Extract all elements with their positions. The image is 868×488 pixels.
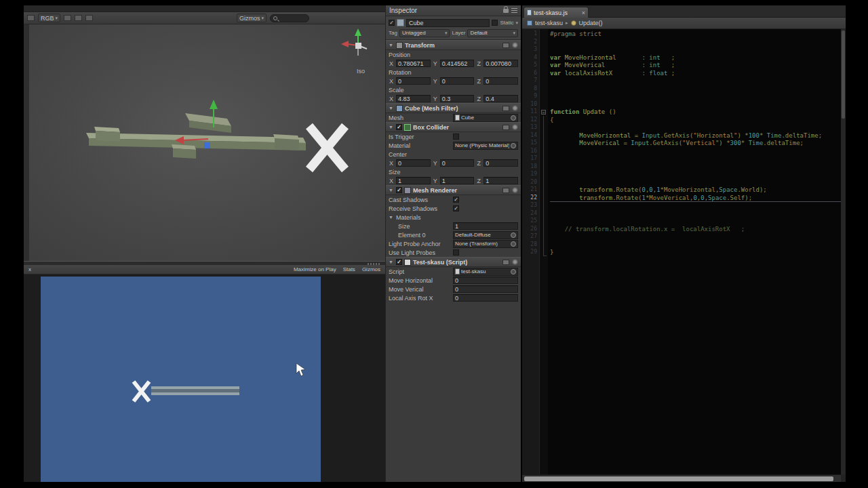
position-y-field[interactable]: 0.414562 [440, 60, 475, 67]
help-icon[interactable] [502, 125, 509, 130]
move-horizontal-field[interactable]: 0 [453, 277, 518, 284]
code-line-5[interactable]: var MoveVerical : int ; [550, 62, 841, 70]
settings-gear-icon[interactable] [512, 105, 518, 111]
tab-close-icon[interactable]: × [582, 9, 585, 16]
foldout-icon[interactable]: ▼ [389, 43, 394, 47]
element0-field[interactable]: Default-Diffuse [453, 231, 518, 239]
help-icon[interactable] [502, 106, 509, 111]
help-icon[interactable] [502, 43, 509, 48]
static-checkbox[interactable] [492, 20, 498, 26]
code-line-27[interactable] [550, 233, 841, 241]
gizmo-y-arrowhead[interactable] [210, 100, 218, 109]
help-icon[interactable] [502, 260, 509, 265]
local-axis-rot-x-field[interactable]: 0 [453, 294, 518, 302]
game-screen[interactable] [41, 277, 321, 482]
breadcrumb-member[interactable]: Update() [579, 20, 603, 26]
script-header[interactable]: ▼ ✓ Test-skasu (Script) [386, 257, 521, 267]
stats-button[interactable]: Stats [343, 266, 355, 272]
receive-shadows-checkbox[interactable]: ✓ [453, 205, 459, 211]
code-line-11[interactable]: function Update () [550, 108, 841, 117]
center-z-field[interactable]: 0 [484, 159, 518, 167]
code-line-29[interactable]: } [550, 249, 841, 257]
code-line-22[interactable]: transform.Rotate(1*MoveVerical,0,0,Space… [550, 195, 841, 203]
object-picker-icon[interactable] [511, 269, 516, 274]
bottom-block-front[interactable] [173, 148, 196, 159]
code-line-14[interactable]: MoveHorizontal = Input.GetAxis("Horizont… [550, 132, 841, 140]
settings-gear-icon[interactable] [512, 124, 518, 130]
code-line-13[interactable] [550, 124, 841, 132]
size-z-field[interactable]: 1 [484, 177, 518, 184]
gizmo-z-handle[interactable] [204, 142, 210, 148]
object-picker-icon[interactable] [511, 241, 516, 247]
code-line-26[interactable]: // transform.localRotation.x = localAxis… [550, 226, 841, 234]
scale-y-field[interactable]: 0.3 [440, 95, 475, 102]
left-block-front[interactable] [96, 131, 120, 142]
code-line-25[interactable] [550, 218, 841, 226]
code-line-23[interactable] [550, 202, 841, 210]
horizontal-scrollbar[interactable] [522, 474, 841, 482]
code-line-3[interactable] [550, 46, 841, 54]
materials-foldout-icon[interactable]: ▼ [389, 215, 394, 220]
orientation-y-cone[interactable] [355, 28, 361, 36]
mesh-filter-header[interactable]: ▼ Cube (Mesh Filter) [386, 103, 521, 113]
code-line-20[interactable] [550, 179, 841, 187]
box-collider-header[interactable]: ▼ ✓ Box Collider [386, 122, 521, 132]
rotation-x-field[interactable]: 0 [396, 77, 431, 85]
position-x-field[interactable]: 0.780671 [396, 60, 431, 67]
code-line-17[interactable] [550, 155, 841, 163]
code-line-9[interactable] [550, 93, 841, 101]
render-mode-dropdown[interactable]: RGB ▾ [38, 14, 60, 22]
mesh-renderer-header[interactable]: ▼ ✓ Mesh Renderer [386, 185, 521, 195]
code-line-6[interactable]: var localAxisRotX : float ; [550, 70, 841, 78]
center-x-field[interactable]: 0 [396, 159, 431, 167]
foldout-icon[interactable]: ▼ [389, 260, 394, 264]
foldout-icon[interactable]: ▼ [389, 125, 394, 129]
size-y-field[interactable]: 1 [440, 177, 475, 184]
code-line-4[interactable]: var MoveHorizontal : int ; [550, 54, 841, 62]
is-trigger-checkbox[interactable] [453, 134, 459, 140]
active-checkbox[interactable]: ✓ [389, 20, 395, 26]
rotation-y-field[interactable]: 0 [440, 77, 475, 85]
code-line-8[interactable] [550, 85, 841, 94]
orientation-x-cone[interactable] [341, 41, 349, 47]
scale-x-field[interactable]: 4.83 [396, 95, 431, 102]
scene-2d-toggle-icon[interactable] [64, 15, 71, 21]
object-picker-icon[interactable] [511, 143, 516, 148]
code-line-16[interactable] [550, 148, 841, 156]
gizmos-dropdown[interactable]: Gizmos ▾ [237, 14, 267, 22]
use-light-probes-checkbox[interactable] [453, 249, 459, 256]
layer-dropdown[interactable]: Default ▾ [467, 29, 518, 37]
code-line-15[interactable]: MoveVerical = Input.GetAxis("Vertical") … [550, 140, 841, 148]
code-line-7[interactable] [550, 77, 841, 85]
code-line-1[interactable]: #pragma strict [550, 30, 841, 39]
component-enabled-checkbox[interactable]: ✓ [396, 124, 402, 130]
vertical-scrollbar[interactable] [841, 29, 846, 474]
foldout-icon[interactable]: ▼ [389, 188, 394, 192]
draw-mode-icon[interactable] [27, 15, 35, 21]
code-line-10[interactable] [550, 101, 841, 109]
code-line-18[interactable] [550, 163, 841, 171]
maximize-on-play-button[interactable]: Maximize on Play [294, 266, 336, 272]
component-enabled-checkbox[interactable]: ✓ [396, 259, 402, 265]
mesh-object-field[interactable]: Cube [453, 114, 518, 122]
light-probe-anchor-field[interactable]: None (Transform) [453, 240, 518, 248]
object-picker-icon[interactable] [511, 232, 516, 238]
code-line-21[interactable]: transform.Rotate(0,0,1*MoveHorizontal,Sp… [550, 186, 841, 195]
game-gizmos-button[interactable]: Gizmos [362, 266, 380, 272]
right-block-front[interactable] [275, 138, 299, 150]
scene-audio-toggle-icon[interactable] [85, 15, 93, 21]
code-area[interactable]: 1234567891011121314151617181920212223242… [522, 29, 841, 474]
center-y-field[interactable]: 0 [440, 159, 475, 167]
scene-lighting-toggle-icon[interactable] [75, 15, 82, 21]
static-dropdown-icon[interactable]: ▾ [515, 20, 518, 26]
materials-size-field[interactable]: 1 [453, 222, 518, 230]
settings-gear-icon[interactable] [512, 259, 518, 265]
lock-icon[interactable] [503, 9, 509, 13]
scene-search-input[interactable] [270, 14, 309, 22]
component-enabled-checkbox[interactable]: ✓ [396, 187, 402, 193]
scale-z-field[interactable]: 0.4 [484, 95, 518, 102]
position-z-field[interactable]: 0.007080 [484, 60, 518, 67]
code-line-28[interactable] [550, 241, 841, 249]
move-verical-field[interactable]: 0 [453, 285, 518, 293]
breadcrumb-file[interactable]: test-skasu [535, 20, 563, 26]
